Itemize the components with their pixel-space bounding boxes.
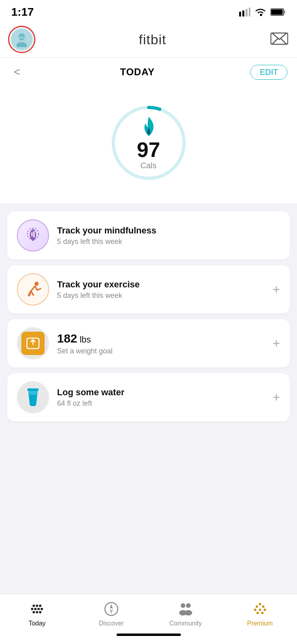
water-title: Log some water bbox=[57, 387, 261, 398]
weight-icon-bg bbox=[21, 332, 45, 355]
calories-section: 97 Cals bbox=[0, 87, 297, 203]
svg-marker-31 bbox=[110, 609, 113, 614]
water-add-button[interactable]: + bbox=[272, 390, 280, 405]
app-logo: fitbit bbox=[139, 32, 166, 47]
compass-icon bbox=[103, 601, 119, 617]
svg-point-22 bbox=[31, 608, 33, 610]
exercise-icon-circle bbox=[17, 273, 49, 305]
water-subtitle: 64 fl oz left bbox=[57, 399, 261, 408]
avatar[interactable] bbox=[8, 26, 35, 53]
calories-unit: Cals bbox=[140, 161, 156, 170]
svg-marker-30 bbox=[110, 604, 113, 609]
water-cup-icon bbox=[24, 386, 42, 409]
discover-label: Discover bbox=[99, 620, 124, 627]
svg-rect-2 bbox=[246, 9, 248, 17]
signal-icon bbox=[239, 8, 250, 17]
svg-point-24 bbox=[37, 608, 40, 610]
svg-rect-15 bbox=[33, 231, 35, 237]
svg-rect-0 bbox=[239, 12, 241, 17]
svg-point-19 bbox=[33, 605, 35, 607]
edit-button[interactable]: EDIT bbox=[250, 65, 287, 80]
svg-point-26 bbox=[33, 611, 35, 613]
today-label: Today bbox=[29, 620, 46, 627]
svg-point-35 bbox=[184, 610, 192, 615]
calories-value: 97 bbox=[137, 139, 160, 160]
svg-point-43 bbox=[261, 612, 264, 614]
weight-text: 182 lbs Set a weight goal bbox=[57, 332, 261, 355]
svg-point-38 bbox=[262, 605, 264, 608]
svg-rect-18 bbox=[27, 388, 39, 391]
mindfulness-title: Track your mindfulness bbox=[57, 225, 280, 236]
bottom-nav: Today Discover bbox=[0, 594, 297, 644]
status-icons bbox=[239, 8, 286, 17]
community-label: Community bbox=[169, 620, 202, 627]
mindfulness-icon-circle bbox=[17, 219, 49, 252]
svg-point-39 bbox=[254, 609, 256, 611]
svg-point-28 bbox=[39, 611, 41, 613]
back-button[interactable]: < bbox=[10, 64, 24, 80]
svg-rect-6 bbox=[284, 11, 285, 13]
community-people-icon bbox=[177, 601, 194, 617]
svg-point-20 bbox=[36, 605, 38, 607]
weight-card[interactable]: 182 lbs Set a weight goal + bbox=[7, 319, 290, 367]
mindfulness-card[interactable]: Track your mindfulness 5 days left this … bbox=[7, 211, 290, 260]
ring-content: 97 Cals bbox=[137, 116, 160, 170]
avatar-inner bbox=[11, 29, 33, 50]
svg-point-36 bbox=[259, 603, 261, 605]
svg-point-16 bbox=[35, 282, 39, 286]
mindfulness-icon bbox=[23, 226, 43, 245]
wifi-icon bbox=[254, 8, 266, 17]
mail-button[interactable] bbox=[270, 30, 289, 49]
svg-point-21 bbox=[39, 605, 41, 607]
sub-header: < TODAY EDIT bbox=[0, 58, 297, 87]
nav-premium[interactable]: Premium bbox=[244, 601, 276, 627]
water-card[interactable]: Log some water 64 fl oz left + bbox=[7, 373, 290, 421]
svg-point-34 bbox=[186, 603, 190, 608]
home-indicator bbox=[117, 634, 181, 636]
exercise-icon bbox=[23, 280, 43, 299]
weight-title: 182 lbs bbox=[57, 332, 261, 345]
svg-rect-14 bbox=[31, 232, 33, 236]
weight-icon-circle bbox=[17, 327, 49, 359]
svg-rect-3 bbox=[249, 8, 250, 17]
status-bar: 1:17 bbox=[0, 0, 297, 22]
svg-point-42 bbox=[256, 612, 259, 614]
discover-icon bbox=[103, 601, 120, 617]
flame-icon bbox=[140, 116, 158, 138]
svg-point-41 bbox=[264, 609, 266, 611]
today-title: TODAY bbox=[120, 66, 155, 78]
weight-subtitle: Set a weight goal bbox=[57, 347, 261, 355]
premium-icon bbox=[252, 601, 268, 617]
mindfulness-text: Track your mindfulness 5 days left this … bbox=[57, 225, 280, 246]
svg-point-25 bbox=[41, 608, 43, 610]
water-text: Log some water 64 fl oz left bbox=[57, 387, 261, 408]
app-header: fitbit bbox=[0, 22, 297, 58]
exercise-card[interactable]: Track your exercise 5 days left this wee… bbox=[7, 265, 290, 314]
cards-section: Track your mindfulness 5 days left this … bbox=[0, 203, 297, 429]
premium-label: Premium bbox=[247, 620, 273, 627]
svg-point-37 bbox=[256, 605, 258, 608]
water-icon-circle bbox=[17, 381, 49, 413]
premium-dots-icon bbox=[252, 601, 268, 617]
nav-discover[interactable]: Discover bbox=[95, 601, 127, 627]
weight-scale-icon bbox=[25, 336, 41, 351]
community-icon bbox=[177, 601, 194, 617]
exercise-add-button[interactable]: + bbox=[272, 282, 280, 297]
svg-rect-1 bbox=[242, 10, 244, 17]
nav-today[interactable]: Today bbox=[21, 601, 53, 627]
nav-community[interactable]: Community bbox=[169, 601, 202, 627]
svg-point-32 bbox=[180, 603, 185, 608]
exercise-text: Track your exercise 5 days left this wee… bbox=[57, 279, 261, 300]
mail-icon bbox=[270, 31, 288, 47]
today-dots-icon bbox=[29, 601, 45, 617]
battery-icon bbox=[270, 8, 286, 16]
calories-ring[interactable]: 97 Cals bbox=[109, 103, 189, 183]
svg-rect-10 bbox=[19, 39, 24, 40]
mindfulness-subtitle: 5 days left this week bbox=[57, 237, 280, 246]
today-icon bbox=[29, 601, 45, 617]
exercise-title: Track your exercise bbox=[57, 279, 261, 290]
weight-add-button[interactable]: + bbox=[272, 336, 280, 351]
profile-icon bbox=[14, 32, 29, 47]
svg-point-23 bbox=[34, 608, 37, 610]
svg-point-27 bbox=[36, 611, 38, 613]
